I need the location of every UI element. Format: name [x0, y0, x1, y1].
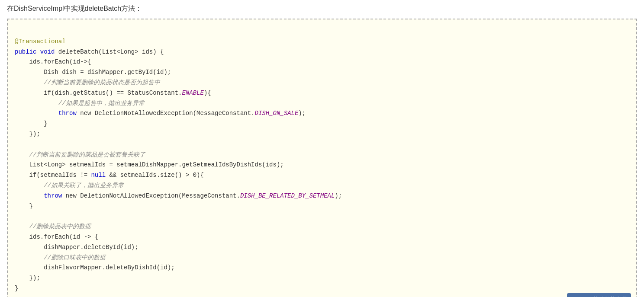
code-line-14: }); [15, 275, 40, 281]
constant-dish-related: DISH_BE_RELATED_BY_SETMEAL [240, 192, 335, 199]
comment-4: //如果关联了，抛出业务异常 [15, 182, 124, 189]
code-line-2: deleteBatch(List<Long> ids) { [58, 48, 164, 55]
code-line-7: }); [15, 131, 40, 137]
kw-null: null [91, 172, 106, 179]
code-line-6: } [15, 120, 48, 127]
code-line-5: if(dish.getStatus() == StatusConstant. [15, 89, 182, 96]
code-line-15: } [15, 285, 18, 292]
kw-throw-2: throw [15, 192, 66, 199]
code-line-5b: ){ [204, 89, 211, 96]
throw-line-1b: ); [298, 110, 306, 117]
code-block-container: @Transactional public void deleteBatch(L… [7, 19, 637, 297]
comment-5: //删除菜品表中的数据 [15, 223, 91, 230]
kw-void: void [40, 48, 58, 55]
code-line-8: List<Long> setmealIds = setmealDishMappe… [15, 161, 284, 168]
code-line-9b: && setmealIds.size() > 0){ [106, 172, 204, 179]
code-line-11: ids.forEach(id -> { [15, 233, 98, 240]
code-block: @Transactional public void deleteBatch(L… [15, 26, 628, 297]
annotation-transactional: @Transactional [15, 38, 66, 45]
code-line-10: } [15, 203, 33, 210]
code-line-13: dishFlavorMapper.deleteByDishId(id); [15, 264, 175, 271]
comment-1: //判断当前要删除的菜品状态是否为起售中 [15, 79, 160, 86]
constant-enable: ENABLE [182, 89, 203, 96]
page-title: 在DishServiceImpl中实现deleteBatch方法： [7, 4, 637, 13]
comment-3: //判断当前要删除的菜品是否被套餐关联了 [15, 151, 145, 158]
throw-line-2b: ); [335, 192, 342, 199]
code-line-12: dishMapper.deleteById(id); [15, 244, 138, 251]
code-line-3: ids.forEach(id->{ [15, 58, 91, 65]
comment-6: //删除口味表中的数据 [15, 254, 106, 261]
watermark: CSDN@某道做普大哪 [567, 293, 631, 297]
throw-line-1: new DeletionNotAllowedException(MessageC… [80, 110, 254, 117]
comment-2: //如果是起售中，抛出业务异常 [15, 100, 145, 107]
throw-line-2: new DeletionNotAllowedException(MessageC… [66, 192, 240, 199]
code-line-9: if(setmealIds != [15, 172, 91, 179]
constant-dish-on-sale: DISH_ON_SALE [255, 110, 299, 117]
kw-throw-1: throw [15, 110, 80, 117]
code-line-4: Dish dish = dishMapper.getById(id); [15, 69, 171, 76]
kw-public: public [15, 48, 40, 55]
